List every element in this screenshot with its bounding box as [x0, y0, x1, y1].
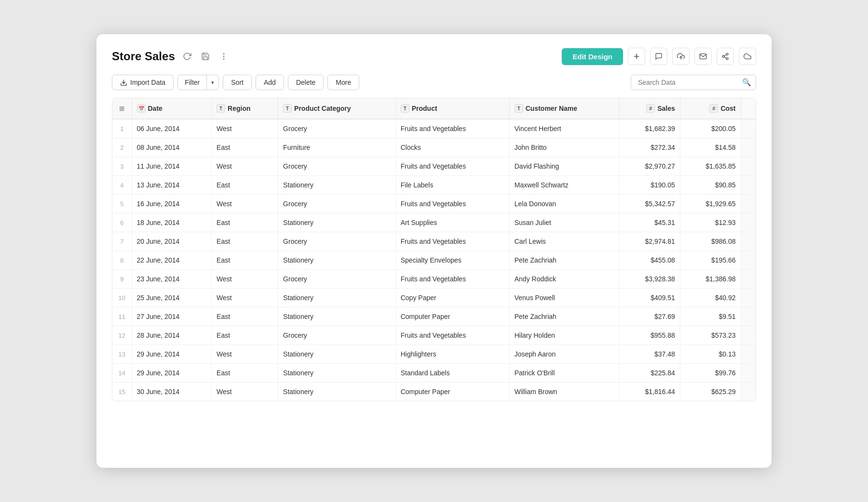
edit-design-button[interactable]: Edit Design	[562, 48, 623, 65]
table-select-icon: ⊞	[119, 105, 124, 112]
table-row[interactable]: 1 06 June, 2014 West Grocery Fruits and …	[112, 119, 756, 138]
customer-name-cell: Vincent Herbert	[509, 119, 619, 138]
sales-type-icon: #	[646, 104, 655, 113]
header-right: Edit Design	[562, 48, 756, 65]
svg-line-10	[724, 54, 727, 56]
row-num-cell: 10	[112, 289, 132, 307]
row-num-cell: 3	[112, 157, 132, 176]
sales-cell: $1,816.44	[620, 383, 680, 401]
region-cell: West	[212, 345, 278, 364]
region-cell: West	[212, 270, 278, 289]
extra-cell	[741, 345, 756, 364]
table-row[interactable]: 2 08 June, 2014 East Furniture Clocks Jo…	[112, 138, 756, 157]
product-category-cell: Grocery	[278, 326, 396, 345]
add-icon-button[interactable]	[628, 48, 645, 65]
table-row[interactable]: 5 16 June, 2014 West Grocery Fruits and …	[112, 195, 756, 213]
product-category-cell: Stationery	[278, 213, 396, 232]
col-header-date[interactable]: 📅 Date	[132, 98, 212, 119]
region-cell: East	[212, 364, 278, 383]
region-cell: West	[212, 119, 278, 138]
col-header-customer-name[interactable]: T Customer Name	[509, 98, 619, 119]
sales-cell: $5,342.57	[620, 195, 680, 213]
header-left: Store Sales	[112, 50, 230, 63]
table-row[interactable]: 7 20 June, 2014 East Grocery Fruits and …	[112, 232, 756, 251]
customer-name-cell: Pete Zachriah	[509, 307, 619, 326]
col-header-product[interactable]: T Product	[395, 98, 509, 119]
table-row[interactable]: 8 22 June, 2014 East Stationery Specialt…	[112, 251, 756, 270]
table-row[interactable]: 3 11 June, 2014 West Grocery Fruits and …	[112, 157, 756, 176]
table-row[interactable]: 13 29 June, 2014 West Stationery Highlig…	[112, 345, 756, 364]
table-row[interactable]: 6 18 June, 2014 East Stationery Art Supp…	[112, 213, 756, 232]
more-options-button[interactable]	[217, 50, 230, 63]
cost-cell: $1,386.98	[680, 270, 741, 289]
row-num-cell: 13	[112, 345, 132, 364]
table-row[interactable]: 10 25 June, 2014 West Stationery Copy Pa…	[112, 289, 756, 307]
cost-cell: $625.29	[680, 383, 741, 401]
more-button[interactable]: More	[327, 75, 359, 90]
sales-cell: $3,928.38	[620, 270, 680, 289]
product-cell: Specialty Envelopes	[395, 251, 509, 270]
share-upload-button[interactable]	[672, 48, 690, 65]
share-button[interactable]	[717, 48, 734, 65]
table-row[interactable]: 9 23 June, 2014 West Grocery Fruits and …	[112, 270, 756, 289]
cost-cell: $40.92	[680, 289, 741, 307]
col-header-checkbox[interactable]: ⊞	[112, 98, 132, 119]
region-cell: East	[212, 251, 278, 270]
sales-cell: $1,682.39	[620, 119, 680, 138]
col-header-cost[interactable]: # Cost	[680, 98, 741, 119]
search-input[interactable]	[631, 75, 756, 90]
date-cell: 29 June, 2014	[132, 364, 212, 383]
row-num-cell: 2	[112, 138, 132, 157]
comment-button[interactable]	[650, 48, 667, 65]
filter-button[interactable]: Filter	[178, 75, 207, 90]
extra-cell	[741, 383, 756, 401]
date-cell: 30 June, 2014	[132, 383, 212, 401]
col-header-product-category[interactable]: T Product Category	[278, 98, 396, 119]
add-button[interactable]: Add	[256, 75, 284, 90]
import-data-button[interactable]: Import Data	[112, 75, 174, 90]
customer-name-cell: Patrick O'Brill	[509, 364, 619, 383]
product-category-cell: Furniture	[278, 138, 396, 157]
date-cell: 22 June, 2014	[132, 251, 212, 270]
row-num-cell: 9	[112, 270, 132, 289]
table-body: 1 06 June, 2014 West Grocery Fruits and …	[112, 119, 756, 401]
product-category-cell: Grocery	[278, 119, 396, 138]
customer-name-cell: Maxwell Schwartz	[509, 176, 619, 195]
region-cell: East	[212, 326, 278, 345]
table-row[interactable]: 12 28 June, 2014 East Grocery Fruits and…	[112, 326, 756, 345]
import-icon	[120, 79, 127, 86]
customer-name-cell: Venus Powell	[509, 289, 619, 307]
save-icon	[201, 52, 210, 61]
filter-dropdown-button[interactable]: ▾	[207, 76, 218, 89]
product-category-cell: Stationery	[278, 251, 396, 270]
refresh-button[interactable]	[181, 50, 193, 63]
save-button[interactable]	[199, 50, 212, 63]
table-row[interactable]: 4 13 June, 2014 East Stationery File Lab…	[112, 176, 756, 195]
table-row[interactable]: 14 29 June, 2014 East Stationery Standar…	[112, 364, 756, 383]
cloud-button[interactable]	[739, 48, 756, 65]
cloud-icon	[744, 53, 751, 60]
product-cell: Computer Paper	[395, 307, 509, 326]
data-table-wrapper: ⊞ 📅 Date T Region	[112, 98, 756, 401]
product-category-cell: Stationery	[278, 383, 396, 401]
delete-button[interactable]: Delete	[288, 75, 324, 90]
table-row[interactable]: 15 30 June, 2014 West Stationery Compute…	[112, 383, 756, 401]
extra-cell	[741, 232, 756, 251]
mail-button[interactable]	[694, 48, 712, 65]
extra-cell	[741, 251, 756, 270]
filter-group: Filter ▾	[177, 75, 219, 90]
table-row[interactable]: 11 27 June, 2014 East Stationery Compute…	[112, 307, 756, 326]
col-header-sales[interactable]: # Sales	[620, 98, 680, 119]
col-header-region[interactable]: T Region	[212, 98, 278, 119]
date-cell: 29 June, 2014	[132, 345, 212, 364]
date-cell: 11 June, 2014	[132, 157, 212, 176]
product-category-cell: Stationery	[278, 176, 396, 195]
customer-name-cell: David Flashing	[509, 157, 619, 176]
svg-line-9	[724, 57, 727, 58]
app-title: Store Sales	[112, 50, 175, 63]
product-cell: Fruits and Vegetables	[395, 119, 509, 138]
extra-cell	[741, 138, 756, 157]
sales-cell: $190.05	[620, 176, 680, 195]
cost-cell: $573.23	[680, 326, 741, 345]
sort-button[interactable]: Sort	[223, 75, 252, 90]
